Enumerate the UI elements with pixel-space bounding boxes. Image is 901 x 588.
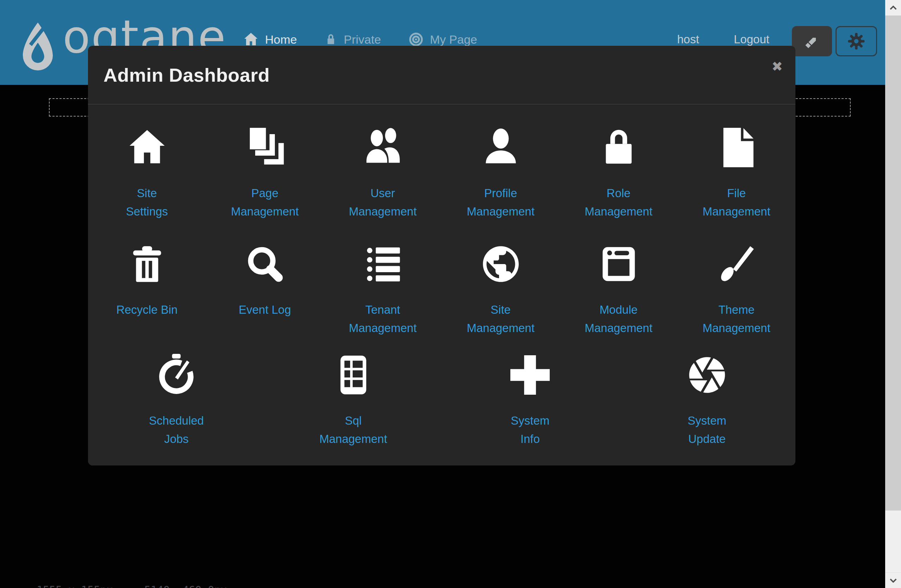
admin-tile-tenant-management[interactable]: Tenant Management [324,242,442,337]
nav-item-home[interactable]: Home [243,31,297,48]
nav-item-private[interactable]: Private [324,33,381,47]
globe-icon [479,243,522,285]
admin-tile-event-log[interactable]: Event Log [206,242,324,337]
tile-label: File Management [703,184,770,221]
person-icon [479,126,522,169]
edit-mode-button[interactable] [792,26,832,56]
lock-icon [597,126,640,169]
tile-label: System Update [688,412,726,448]
search-icon [243,243,287,285]
settings-button[interactable] [836,26,877,56]
brush-icon [715,243,758,285]
spreadsheet-icon [332,354,375,396]
tile-label: Tenant Management [349,301,417,337]
admin-tile-profile-management[interactable]: Profile Management [442,125,560,221]
oqtane-drop-icon [21,22,55,72]
modal-title: Admin Dashboard [103,64,270,86]
tile-label: User Management [349,184,417,221]
tile-row-2: Recycle Bin Event Log Tenant Management … [88,242,795,337]
modal-header: Admin Dashboard ✖ [88,46,795,104]
scrollbar-thumb[interactable] [885,16,901,510]
tile-label: Event Log [238,301,291,319]
footer-fragment: 1555 x 155px [37,584,113,588]
tile-row-1: Site Settings Page Management User Manag… [88,125,795,221]
footer-clipped-text: 1555 x 155px 5140: 460 0px [0,583,885,588]
tile-label: Scheduled Jobs [149,412,204,448]
tile-label: Page Management [231,184,299,221]
medical-cross-icon [508,354,552,396]
admin-tile-module-management[interactable]: Module Management [560,242,678,337]
home-icon [126,126,168,169]
admin-tile-site-management[interactable]: Site Management [442,242,560,337]
tile-label: Sql Management [319,412,387,448]
timer-icon [155,354,198,396]
admin-tile-scheduled-jobs[interactable]: Scheduled Jobs [88,352,265,448]
pencil-icon [802,31,822,51]
tile-label: Recycle Bin [116,301,178,319]
tile-label: Theme Management [703,301,770,337]
nav-item-label: My Page [430,33,477,47]
layers-icon [243,126,287,169]
admin-tile-site-settings[interactable]: Site Settings [88,125,206,221]
lock-icon [324,33,338,47]
admin-tile-user-management[interactable]: User Management [324,125,442,221]
tile-label: Site Management [467,301,535,337]
trash-icon [126,243,168,285]
tile-label: Role Management [585,184,653,221]
chevron-up-icon [889,6,897,10]
scroll-down-button[interactable] [885,572,901,588]
aperture-icon [686,354,728,396]
tile-label: Module Management [585,301,653,337]
admin-tile-system-info[interactable]: System Info [442,352,619,448]
nav-item-label: Private [344,33,381,47]
tile-row-3: Scheduled Jobs Sql Management System Inf… [88,352,795,448]
admin-tile-theme-management[interactable]: Theme Management [678,242,795,337]
browser-icon [597,243,640,285]
admin-tile-role-management[interactable]: Role Management [560,125,678,221]
people-icon [362,126,404,169]
target-icon [408,31,424,48]
nav-item-label: Home [265,33,297,47]
chevron-down-icon [889,578,897,583]
home-icon [243,31,259,48]
footer-fragment: 5140: 460 0px [144,584,227,588]
file-icon [715,126,758,169]
tile-label: Profile Management [467,184,535,221]
admin-tile-recycle-bin[interactable]: Recycle Bin [88,242,206,337]
admin-tile-page-management[interactable]: Page Management [206,125,324,221]
page: oqtane Home Private My Page host Logout [0,0,901,588]
admin-tile-file-management[interactable]: File Management [678,125,795,221]
close-icon[interactable]: ✖ [772,60,783,73]
tile-label: System Info [511,412,549,448]
tile-label: Site Settings [126,184,168,221]
list-icon [362,243,404,285]
admin-dashboard-modal: Admin Dashboard ✖ Site Settings Page Man… [88,46,795,465]
vertical-scrollbar[interactable] [885,0,901,588]
nav-item-my-page[interactable]: My Page [408,31,477,48]
admin-tile-system-update[interactable]: System Update [619,352,796,448]
gear-icon [846,31,867,52]
admin-tile-sql-management[interactable]: Sql Management [265,352,442,448]
scroll-up-button[interactable] [885,0,901,16]
